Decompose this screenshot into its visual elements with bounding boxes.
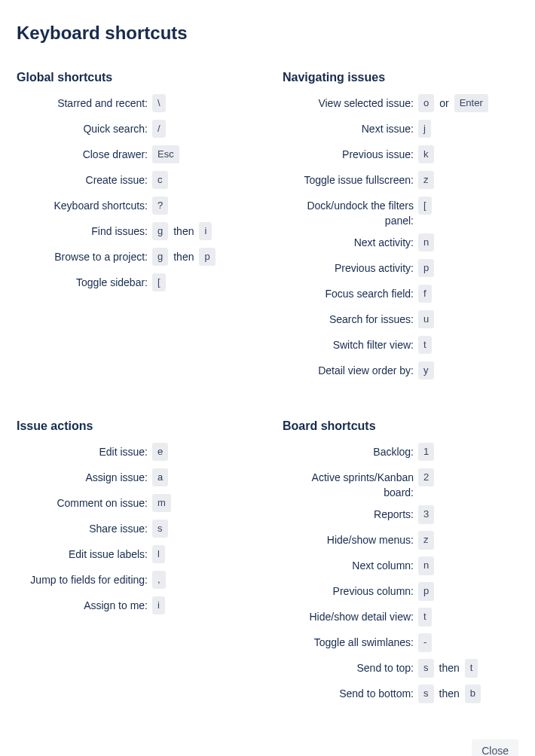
keyboard-key: g (152, 248, 168, 266)
dialog-footer: Close (17, 739, 518, 756)
shortcut-keys: e (152, 442, 168, 461)
shortcut-label: Switch filter view: (283, 335, 418, 353)
shortcut-keys: p (418, 258, 434, 277)
shortcut-label: Send to bottom: (283, 684, 418, 702)
shortcut-row: Assign issue:a (17, 468, 252, 489)
shortcut-keys: 3 (418, 505, 434, 523)
shortcut-keys: n (418, 556, 434, 575)
keyboard-key: s (418, 659, 434, 677)
keyboard-key: i (152, 596, 165, 614)
keyboard-key: p (199, 248, 215, 266)
shortcut-row: View selected issue:oorEnter (283, 93, 518, 114)
shortcut-keys: [ (418, 196, 432, 215)
key-joiner: then (437, 662, 462, 674)
shortcut-keys: z (418, 170, 434, 189)
shortcut-row: Quick search:/ (17, 119, 252, 140)
keyboard-key: z (418, 171, 434, 189)
keyboard-key: o (418, 94, 434, 112)
shortcut-row: Next issue:j (283, 119, 518, 140)
shortcut-label: Reports: (283, 505, 418, 523)
key-joiner: then (171, 251, 196, 263)
shortcut-keys: gtheni (152, 221, 212, 240)
shortcut-row: Comment on issue:m (17, 493, 252, 514)
shortcut-keys: p (418, 581, 434, 600)
shortcut-label: Previous column: (283, 581, 418, 599)
keyboard-key: n (418, 556, 434, 575)
shortcut-sections: Global shortcutsStarred and recent:\Quic… (17, 71, 518, 709)
keyboard-key: n (418, 233, 434, 251)
shortcut-keys: u (418, 309, 434, 328)
shortcut-label: Dock/undock the filters panel: (283, 196, 418, 228)
shortcut-label: Toggle sidebar: (17, 273, 152, 291)
shortcut-row: Assign to me:i (17, 596, 252, 617)
shortcut-row: Toggle issue fullscreen:z (283, 170, 518, 191)
shortcut-keys: i (152, 596, 165, 614)
section-heading: Navigating issues (283, 71, 518, 84)
keyboard-key: c (152, 171, 168, 189)
shortcut-label: Assign to me: (17, 596, 152, 614)
keyboard-key: [ (152, 273, 166, 291)
shortcut-keys: [ (152, 273, 166, 291)
shortcut-label: Comment on issue: (17, 493, 152, 511)
close-button[interactable]: Close (472, 739, 518, 756)
key-joiner: then (437, 687, 462, 700)
keyboard-key: ? (152, 197, 168, 215)
shortcut-row: Browse to a project:gthenp (17, 247, 252, 268)
section-heading: Global shortcuts (17, 71, 252, 84)
section-board: Board shortcutsBacklog:1Active sprints/K… (283, 419, 518, 709)
shortcut-label: Edit issue: (17, 442, 152, 460)
shortcut-label: Backlog: (283, 442, 418, 460)
shortcut-keys: ? (152, 196, 168, 215)
shortcut-row: Share issue:s (17, 519, 252, 540)
shortcut-row: Previous column:p (283, 581, 518, 602)
keyboard-key: 3 (418, 505, 434, 523)
shortcut-label: Keyboard shortcuts: (17, 196, 152, 214)
keyboard-key: i (199, 222, 212, 240)
keyboard-key: e (152, 443, 168, 461)
shortcut-row: Jump to fields for editing:, (17, 570, 252, 591)
shortcut-label: Create issue: (17, 170, 152, 188)
keyboard-key: a (152, 468, 168, 486)
keyboard-key: \ (152, 94, 166, 112)
shortcut-row: Dock/undock the filters panel:[ (283, 196, 518, 228)
shortcut-label: Send to top: (283, 658, 418, 676)
shortcut-row: Search for issues:u (283, 309, 518, 331)
shortcut-label: Share issue: (17, 519, 152, 537)
shortcut-keys: - (418, 633, 432, 651)
keyboard-key: p (418, 582, 434, 600)
shortcut-keys: 2 (418, 468, 434, 486)
shortcut-row: Focus search field:f (283, 284, 518, 305)
shortcut-row: Close drawer:Esc (17, 145, 252, 166)
shortcut-keys: t (418, 607, 432, 626)
shortcut-label: Close drawer: (17, 145, 152, 163)
keyboard-key: z (418, 531, 434, 549)
shortcut-keys: \ (152, 93, 166, 112)
shortcut-label: Next column: (283, 556, 418, 574)
keyboard-key: t (418, 608, 432, 626)
shortcut-keys: y (418, 361, 434, 380)
shortcut-label: Search for issues: (283, 309, 418, 328)
shortcut-label: Assign issue: (17, 468, 152, 486)
shortcut-label: Active sprints/Kanban board: (283, 468, 418, 500)
keyboard-key: k (418, 145, 434, 163)
shortcut-label: Previous activity: (283, 258, 418, 276)
keyboard-key: [ (418, 197, 432, 215)
shortcut-label: Browse to a project: (17, 247, 152, 265)
shortcut-label: Toggle issue fullscreen: (283, 170, 418, 188)
shortcut-keys: t (418, 335, 432, 354)
keyboard-key: t (418, 336, 432, 354)
shortcut-label: Next issue: (283, 119, 418, 137)
shortcut-keys: gthenp (152, 247, 216, 266)
shortcut-row: Edit issue:e (17, 442, 252, 463)
shortcut-row: Find issues:gtheni (17, 221, 252, 242)
shortcut-keys: / (152, 119, 166, 138)
shortcut-label: Toggle all swimlanes: (283, 633, 418, 651)
shortcut-keys: oorEnter (418, 93, 488, 112)
keyboard-key: s (418, 684, 434, 703)
keyboard-key: j (418, 120, 431, 138)
shortcut-keys: f (418, 284, 432, 303)
shortcut-row: Reports:3 (283, 505, 518, 526)
shortcut-label: View selected issue: (283, 93, 418, 111)
section-heading: Board shortcuts (283, 419, 518, 433)
key-joiner: then (171, 225, 196, 237)
